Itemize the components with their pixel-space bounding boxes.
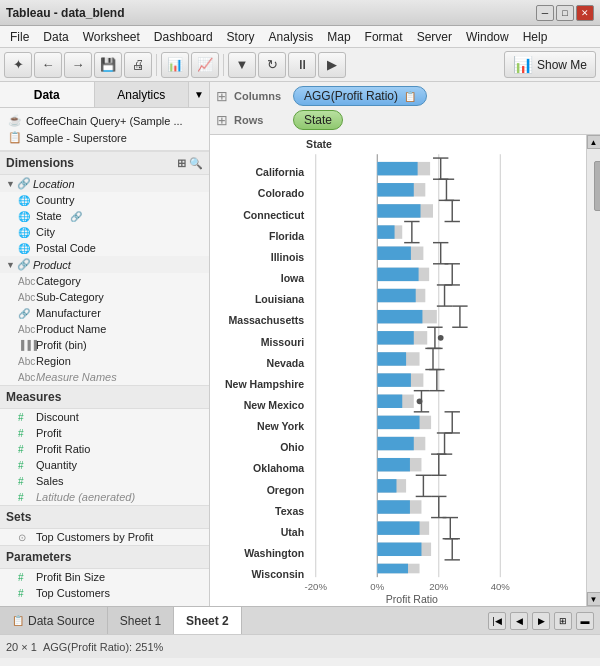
menu-format[interactable]: Format [359,28,409,46]
scroll-thumb[interactable] [594,161,601,211]
menu-file[interactable]: File [4,28,35,46]
menu-dashboard[interactable]: Dashboard [148,28,219,46]
columns-label: Columns [234,90,289,102]
menu-story[interactable]: Story [221,28,261,46]
menu-data[interactable]: Data [37,28,74,46]
tab-analytics[interactable]: Analytics [95,82,190,107]
category-abc-icon: Abc [18,276,32,287]
toolbar-chart2[interactable]: 📈 [191,52,219,78]
menu-server[interactable]: Server [411,28,458,46]
bar-blue-ohio [377,437,414,450]
rows-label: Rows [234,114,289,126]
bar-blue-louisiana [377,289,415,302]
status-size: 20 × 1 [6,641,37,653]
close-button[interactable]: ✕ [576,5,594,21]
product-expand-arrow: ▼ [6,260,15,270]
field-region[interactable]: Abc Region [0,353,209,369]
row-massachusetts: Massachusetts [228,314,304,326]
location-group-header[interactable]: ▼ 🔗 Location [0,175,209,192]
main-layout: Data Analytics ▼ ☕ CoffeeChain Query+ (S… [0,82,600,606]
tab-data-source[interactable]: 📋 Data Source [0,607,108,634]
city-geo-icon: 🌐 [18,227,32,238]
dimensions-grid-icon[interactable]: ⊞ [177,157,186,170]
tab-sheet2[interactable]: Sheet 2 [174,607,242,634]
set-top-customers[interactable]: ⊙ Top Customers by Profit [0,529,209,545]
toolbar-save[interactable]: 💾 [94,52,122,78]
field-profit[interactable]: # Profit [0,425,209,441]
bar-blue-nevada [377,352,406,365]
tab-nav-next[interactable]: ▶ [532,612,550,630]
bar-blue-new-york [377,416,419,429]
field-state[interactable]: 🌐 State 🔗 [0,208,209,224]
dimensions-search-icon[interactable]: 🔍 [189,157,203,170]
row-nevada: Nevada [267,357,305,369]
show-me-button[interactable]: 📊 Show Me [504,51,596,78]
profit-ratio-hash-icon: # [18,444,32,455]
data-source-tab-icon: 📋 [12,615,24,626]
toolbar-new[interactable]: ✦ [4,52,32,78]
row-oklahoma: Oklahoma [253,462,304,474]
maximize-button[interactable]: □ [556,5,574,21]
field-discount[interactable]: # Discount [0,409,209,425]
param-top-customers[interactable]: # Top Customers [0,585,209,601]
left-panel-scroll[interactable]: ☕ CoffeeChain Query+ (Sample ... 📋 Sampl… [0,108,209,606]
minimize-button[interactable]: ─ [536,5,554,21]
right-panel: ⊞ Columns AGG(Profit Ratio) 📋 ⊞ Rows Sta… [210,82,600,606]
profit-hash-icon: # [18,428,32,439]
menu-analysis[interactable]: Analysis [263,28,320,46]
toolbar-back[interactable]: ← [34,52,62,78]
rows-grid-icon: ⊞ [216,112,228,128]
data-source-coffee[interactable]: ☕ CoffeeChain Query+ (Sample ... [4,112,205,129]
tab-data[interactable]: Data [0,82,95,107]
tab-nav-prev[interactable]: ◀ [510,612,528,630]
tab-nav-first[interactable]: |◀ [488,612,506,630]
panel-tab-arrow[interactable]: ▼ [189,82,209,107]
menu-window[interactable]: Window [460,28,515,46]
field-postal-code[interactable]: 🌐 Postal Code [0,240,209,256]
field-profit-bin[interactable]: ▐▐▐ Profit (bin) [0,337,209,353]
scroll-down-button[interactable]: ▼ [587,592,601,606]
field-latitude[interactable]: # Latitude (aenerated) [0,489,209,505]
product-group-header[interactable]: ▼ 🔗 Product [0,256,209,273]
toolbar-chart1[interactable]: 📊 [161,52,189,78]
field-profit-ratio[interactable]: # Profit Ratio [0,441,209,457]
data-source-superstore[interactable]: 📋 Sample - Superstore [4,129,205,146]
field-city[interactable]: 🌐 City [0,224,209,240]
tab-sheet1[interactable]: Sheet 1 [108,607,174,634]
toolbar-refresh[interactable]: ↻ [258,52,286,78]
product-group-label: Product [33,259,71,271]
bottom-tabs: 📋 Data Source Sheet 1 Sheet 2 |◀ ◀ ▶ ⊞ ▬ [0,606,600,634]
rows-pill[interactable]: State [293,110,343,130]
field-product-name[interactable]: Abc Product Name [0,321,209,337]
param-profit-bin-size[interactable]: # Profit Bin Size [0,569,209,585]
columns-pill[interactable]: AGG(Profit Ratio) 📋 [293,86,427,106]
menu-worksheet[interactable]: Worksheet [77,28,146,46]
field-subcategory[interactable]: Abc Sub-Category [0,289,209,305]
menu-help[interactable]: Help [517,28,554,46]
toolbar-forward[interactable]: → [64,52,92,78]
field-measure-names[interactable]: Abc Measure Names [0,369,209,385]
field-category[interactable]: Abc Category [0,273,209,289]
dimensions-list: ▼ 🔗 Location 🌐 Country 🌐 State 🔗 � [0,175,209,385]
row-missouri: Missouri [261,336,304,348]
param-profit-bin-icon: # [18,572,32,583]
bar-blue-illinois [377,247,411,260]
bar-blue-wisconsin [377,564,408,574]
toolbar-present[interactable]: ▶ [318,52,346,78]
scroll-up-button[interactable]: ▲ [587,135,601,149]
toolbar-print[interactable]: 🖨 [124,52,152,78]
toolbar-filter[interactable]: ▼ [228,52,256,78]
tab-present[interactable]: ▬ [576,612,594,630]
axis-label-20: 20% [429,581,449,592]
measure-names-abc-icon: Abc [18,372,32,383]
title-bar: Tableau - data_blend ─ □ ✕ [0,0,600,26]
field-country[interactable]: 🌐 Country [0,192,209,208]
menu-map[interactable]: Map [321,28,356,46]
toolbar-pause[interactable]: ⏸ [288,52,316,78]
field-sales[interactable]: # Sales [0,473,209,489]
field-quantity[interactable]: # Quantity [0,457,209,473]
region-label: Region [36,355,71,367]
field-manufacturer[interactable]: 🔗 Manufacturer [0,305,209,321]
chart-scrollbar[interactable]: ▲ ▼ [586,135,600,606]
tab-grid-view[interactable]: ⊞ [554,612,572,630]
